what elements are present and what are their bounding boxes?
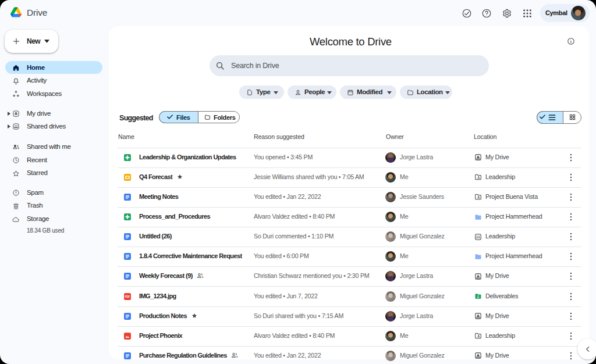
svg-text:PDF: PDF xyxy=(125,295,130,298)
